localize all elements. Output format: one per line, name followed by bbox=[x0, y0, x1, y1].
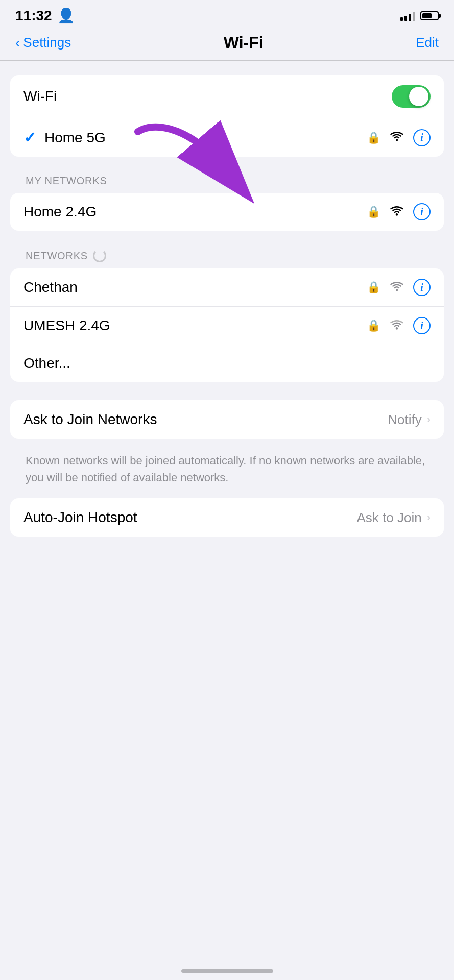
umesh-label: UMESH 2.4G bbox=[23, 317, 110, 334]
time-display: 11:32 bbox=[15, 8, 52, 24]
my-networks-card: Home 2.4G 🔒 i bbox=[10, 193, 444, 231]
chethan-label: Chethan bbox=[23, 279, 78, 296]
status-right bbox=[400, 11, 439, 21]
umesh-info-button[interactable]: i bbox=[413, 317, 431, 334]
networks-label-text: NETWORKS bbox=[26, 250, 88, 262]
other-label: Other... bbox=[23, 355, 70, 372]
ask-to-join-row[interactable]: Ask to Join Networks Notify › bbox=[10, 400, 444, 439]
svg-point-4 bbox=[396, 327, 398, 329]
auto-join-value: Ask to Join bbox=[357, 510, 422, 526]
home-2-4g-row[interactable]: Home 2.4G 🔒 i bbox=[10, 193, 444, 231]
main-content: Wi-Fi ✓ Home 5G 🔒 bbox=[0, 61, 454, 559]
connected-checkmark-icon: ✓ bbox=[23, 129, 36, 146]
chethan-info-button[interactable]: i bbox=[413, 279, 431, 296]
wifi-label: Wi-Fi bbox=[23, 88, 57, 105]
person-icon: 👤 bbox=[57, 7, 75, 24]
svg-point-3 bbox=[396, 289, 398, 291]
signal-bars bbox=[400, 11, 415, 21]
lock-icon-home24g: 🔒 bbox=[367, 205, 380, 218]
auto-join-chevron-icon: › bbox=[427, 511, 431, 524]
svg-point-1 bbox=[396, 139, 398, 141]
status-bar: 11:32 👤 bbox=[0, 0, 454, 28]
home-2-4g-label: Home 2.4G bbox=[23, 204, 97, 220]
lock-icon-umesh: 🔒 bbox=[367, 319, 380, 332]
back-button[interactable]: ‹ Settings bbox=[15, 35, 71, 51]
lock-icon-chethan: 🔒 bbox=[367, 281, 380, 294]
back-label: Settings bbox=[23, 35, 71, 51]
my-networks-label-text: MY NETWORKS bbox=[26, 175, 107, 187]
status-time: 11:32 👤 bbox=[15, 7, 75, 24]
auto-join-row[interactable]: Auto-Join Hotspot Ask to Join › bbox=[10, 498, 444, 537]
loading-spinner bbox=[93, 249, 106, 262]
auto-join-card: Auto-Join Hotspot Ask to Join › bbox=[10, 498, 444, 537]
wifi-toggle[interactable] bbox=[392, 85, 431, 108]
battery-icon bbox=[420, 11, 439, 20]
home-24g-info-button[interactable]: i bbox=[413, 203, 431, 220]
lock-icon: 🔒 bbox=[367, 131, 380, 144]
other-row[interactable]: Other... bbox=[10, 345, 444, 382]
ask-to-join-description: Known networks will be joined automatica… bbox=[10, 447, 444, 498]
networks-section-label: NETWORKS bbox=[10, 249, 444, 268]
ask-to-join-label: Ask to Join Networks bbox=[23, 411, 157, 428]
svg-point-2 bbox=[396, 213, 398, 215]
auto-join-label: Auto-Join Hotspot bbox=[23, 509, 137, 526]
ask-to-join-chevron-icon: › bbox=[427, 413, 431, 426]
connected-network-row[interactable]: ✓ Home 5G 🔒 i bbox=[10, 118, 444, 157]
umesh-row[interactable]: UMESH 2.4G 🔒 i bbox=[10, 306, 444, 345]
wifi-toggle-row: Wi-Fi bbox=[10, 75, 444, 118]
connected-network-name: Home 5G bbox=[44, 130, 106, 146]
ask-to-join-value: Notify bbox=[388, 412, 421, 428]
network-info-button[interactable]: i bbox=[413, 129, 431, 146]
back-chevron-icon: ‹ bbox=[15, 35, 20, 51]
chethan-row[interactable]: Chethan 🔒 i bbox=[10, 268, 444, 306]
wifi-icon-chethan bbox=[390, 281, 404, 294]
my-networks-section-label: MY NETWORKS bbox=[10, 175, 444, 193]
home-indicator bbox=[181, 969, 273, 973]
wifi-icon-umesh bbox=[390, 319, 404, 332]
nav-bar: ‹ Settings Wi-Fi Edit bbox=[0, 28, 454, 61]
page-title: Wi-Fi bbox=[224, 33, 264, 52]
wifi-icon-home24g bbox=[390, 205, 404, 218]
networks-card: Chethan 🔒 i UMESH 2.4G 🔒 bbox=[10, 268, 444, 382]
edit-button[interactable]: Edit bbox=[416, 35, 439, 51]
ask-to-join-card: Ask to Join Networks Notify › bbox=[10, 400, 444, 439]
wifi-signal-icon bbox=[390, 131, 404, 145]
wifi-main-card: Wi-Fi ✓ Home 5G 🔒 bbox=[10, 75, 444, 157]
